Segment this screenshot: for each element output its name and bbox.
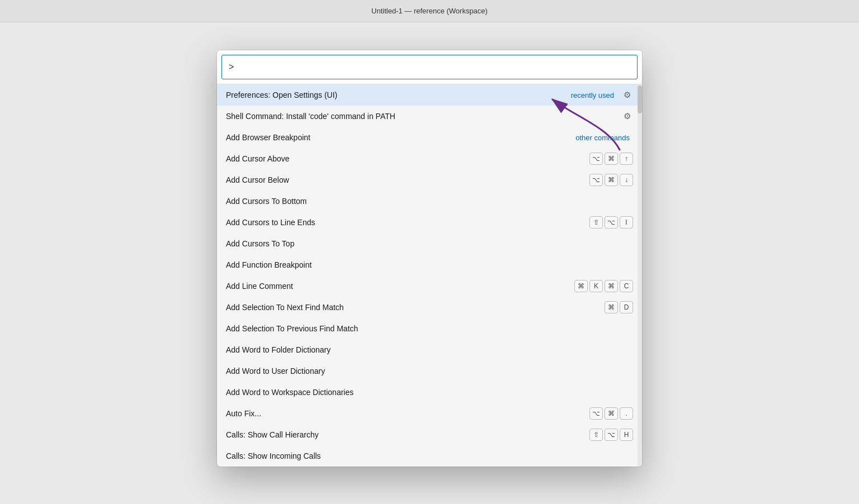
command-item[interactable]: Add Selection To Next Find Match ⌘ D bbox=[217, 297, 642, 318]
command-label: Preferences: Open Settings (UI) bbox=[226, 91, 571, 99]
command-item[interactable]: Add Word to Folder Dictionary bbox=[217, 339, 642, 360]
command-item[interactable]: Add Word to Workspace Dictionaries bbox=[217, 382, 642, 403]
key-cmd: ⌘ bbox=[605, 153, 618, 165]
command-item[interactable]: Auto Fix... ⌥ ⌘ . bbox=[217, 403, 642, 424]
kbd-group: ⌥ ⌘ . bbox=[589, 407, 633, 420]
key-cmd: ⌘ bbox=[605, 174, 618, 186]
command-item[interactable]: Calls: Show Call Hierarchy ⇧ ⌥ H bbox=[217, 424, 642, 445]
key-option: ⌥ bbox=[589, 174, 603, 186]
command-right: ⌥ ⌘ ↓ bbox=[589, 174, 633, 186]
command-right: ⌥ ⌘ . bbox=[589, 407, 633, 420]
command-right: ⌘ D bbox=[605, 301, 633, 313]
kbd-group: ⇧ ⌥ H bbox=[589, 429, 633, 441]
command-item[interactable]: Add Selection To Previous Find Match bbox=[217, 318, 642, 339]
key-dot: . bbox=[620, 407, 633, 420]
kbd-group: ⌘ D bbox=[605, 301, 633, 313]
key-cmd2: ⌘ bbox=[605, 280, 618, 292]
key-cmd: ⌘ bbox=[605, 301, 618, 313]
command-item[interactable]: Preferences: Open Settings (UI) recently… bbox=[217, 84, 642, 106]
kbd-group: ⇧ ⌥ I bbox=[589, 216, 633, 229]
key-cmd: ⌘ bbox=[605, 407, 618, 420]
key-d: D bbox=[620, 301, 633, 313]
key-cmd: ⌘ bbox=[574, 280, 588, 292]
command-label: Auto Fix... bbox=[226, 409, 589, 418]
recently-used-badge: recently used bbox=[571, 91, 614, 99]
kbd-group: ⌥ ⌘ ↓ bbox=[589, 174, 633, 186]
gear-icon[interactable]: ⚙ bbox=[621, 110, 633, 122]
command-right: ⌥ ⌘ ↑ bbox=[589, 153, 633, 165]
command-label: Add Word to Workspace Dictionaries bbox=[226, 388, 633, 397]
kbd-group: ⌥ ⌘ ↑ bbox=[589, 153, 633, 165]
scrollbar-track[interactable] bbox=[638, 84, 642, 467]
command-right: ⇧ ⌥ H bbox=[589, 429, 633, 441]
command-item[interactable]: Add Cursors To Bottom bbox=[217, 191, 642, 212]
key-option: ⌥ bbox=[605, 216, 618, 229]
key-k: K bbox=[589, 280, 603, 292]
other-commands-badge: other commands bbox=[575, 134, 630, 142]
command-item[interactable]: Add Cursors to Line Ends ⇧ ⌥ I bbox=[217, 212, 642, 233]
command-label: Add Cursors To Top bbox=[226, 239, 633, 248]
key-shift: ⇧ bbox=[589, 216, 603, 229]
key-option: ⌥ bbox=[605, 429, 618, 441]
command-label: Add Cursors to Line Ends bbox=[226, 218, 589, 227]
command-label: Add Cursors To Bottom bbox=[226, 197, 633, 206]
command-label: Calls: Show Incoming Calls bbox=[226, 451, 633, 460]
command-item[interactable]: Shell Command: Install 'code' command in… bbox=[217, 106, 642, 127]
command-item[interactable]: Add Cursors To Top bbox=[217, 233, 642, 254]
command-label: Add Word to Folder Dictionary bbox=[226, 345, 633, 354]
gear-icon[interactable]: ⚙ bbox=[621, 89, 633, 101]
key-h: H bbox=[620, 429, 633, 441]
command-right: ⌘ K ⌘ C bbox=[574, 280, 633, 292]
search-box bbox=[217, 50, 642, 84]
command-label: Shell Command: Install 'code' command in… bbox=[226, 112, 621, 121]
command-label: Add Word to User Dictionary bbox=[226, 367, 633, 375]
command-item[interactable]: Calls: Show Incoming Calls bbox=[217, 445, 642, 467]
key-option: ⌥ bbox=[589, 407, 603, 420]
command-label: Add Cursor Below bbox=[226, 175, 589, 184]
title-bar: Untitled-1 — reference (Workspace) bbox=[0, 0, 859, 22]
command-label: Add Line Comment bbox=[226, 282, 574, 291]
key-down: ↓ bbox=[620, 174, 633, 186]
command-item[interactable]: Add Cursor Above ⌥ ⌘ ↑ bbox=[217, 148, 642, 169]
key-option: ⌥ bbox=[589, 153, 603, 165]
command-palette: Preferences: Open Settings (UI) recently… bbox=[217, 50, 642, 467]
command-item[interactable]: Add Cursor Below ⌥ ⌘ ↓ bbox=[217, 169, 642, 191]
key-shift: ⇧ bbox=[589, 429, 603, 441]
command-label: Add Selection To Previous Find Match bbox=[226, 324, 633, 333]
command-item[interactable]: Add Browser Breakpoint other commands bbox=[217, 127, 642, 148]
command-right: other commands bbox=[575, 134, 633, 142]
command-label: Add Selection To Next Find Match bbox=[226, 303, 605, 312]
key-c: C bbox=[620, 280, 633, 292]
command-right: ⚙ bbox=[621, 110, 633, 122]
command-list: Preferences: Open Settings (UI) recently… bbox=[217, 84, 642, 467]
command-right: ⇧ ⌥ I bbox=[589, 216, 633, 229]
command-right: recently used ⚙ bbox=[571, 89, 633, 101]
window-title: Untitled-1 — reference (Workspace) bbox=[371, 7, 488, 15]
command-list-wrapper: Preferences: Open Settings (UI) recently… bbox=[217, 84, 642, 467]
command-label: Add Function Breakpoint bbox=[226, 260, 633, 269]
command-label: Calls: Show Call Hierarchy bbox=[226, 430, 589, 439]
command-label: Add Browser Breakpoint bbox=[226, 133, 575, 142]
command-item[interactable]: Add Function Breakpoint bbox=[217, 254, 642, 275]
key-up: ↑ bbox=[620, 153, 633, 165]
command-item[interactable]: Add Line Comment ⌘ K ⌘ C bbox=[217, 275, 642, 297]
command-item[interactable]: Add Word to User Dictionary bbox=[217, 360, 642, 382]
command-search-input[interactable] bbox=[221, 55, 638, 79]
key-i: I bbox=[620, 216, 633, 229]
kbd-group: ⌘ K ⌘ C bbox=[574, 280, 633, 292]
scrollbar-thumb[interactable] bbox=[638, 85, 642, 113]
command-label: Add Cursor Above bbox=[226, 154, 589, 163]
